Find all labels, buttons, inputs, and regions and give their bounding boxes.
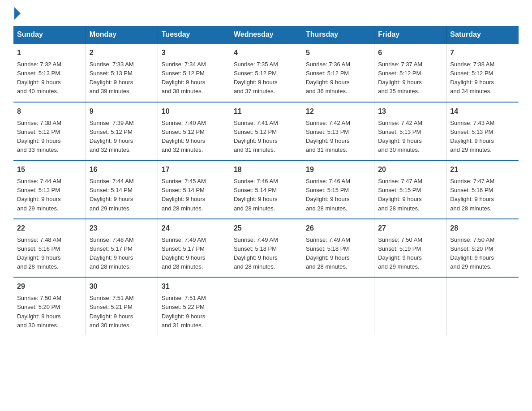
page-header bbox=[13, 9, 519, 17]
day-info: Sunrise: 7:51 AMSunset: 5:21 PMDaylight:… bbox=[90, 295, 134, 328]
day-number: 15 bbox=[17, 164, 82, 175]
day-number: 22 bbox=[17, 223, 82, 234]
day-info: Sunrise: 7:45 AMSunset: 5:14 PMDaylight:… bbox=[162, 178, 206, 211]
calendar-week-4: 22 Sunrise: 7:48 AMSunset: 5:16 PMDaylig… bbox=[13, 219, 519, 278]
calendar-cell: 7 Sunrise: 7:38 AMSunset: 5:12 PMDayligh… bbox=[446, 43, 519, 102]
day-info: Sunrise: 7:44 AMSunset: 5:13 PMDaylight:… bbox=[17, 178, 61, 211]
calendar-cell: 18 Sunrise: 7:46 AMSunset: 5:14 PMDaylig… bbox=[230, 160, 302, 219]
calendar-cell bbox=[230, 277, 302, 335]
calendar-cell: 1 Sunrise: 7:32 AMSunset: 5:13 PMDayligh… bbox=[13, 43, 86, 102]
day-number: 14 bbox=[450, 106, 515, 117]
day-number: 5 bbox=[306, 47, 370, 58]
day-number: 8 bbox=[17, 106, 82, 117]
header-day-tuesday: Tuesday bbox=[158, 26, 230, 43]
calendar-cell: 17 Sunrise: 7:45 AMSunset: 5:14 PMDaylig… bbox=[158, 160, 230, 219]
day-info: Sunrise: 7:49 AMSunset: 5:18 PMDaylight:… bbox=[234, 236, 278, 270]
calendar-cell: 10 Sunrise: 7:40 AMSunset: 5:12 PMDaylig… bbox=[158, 102, 230, 161]
calendar-week-2: 8 Sunrise: 7:38 AMSunset: 5:12 PMDayligh… bbox=[13, 102, 519, 161]
day-info: Sunrise: 7:46 AMSunset: 5:15 PMDaylight:… bbox=[306, 178, 350, 211]
day-number: 30 bbox=[90, 281, 154, 292]
calendar-week-1: 1 Sunrise: 7:32 AMSunset: 5:13 PMDayligh… bbox=[13, 43, 519, 102]
calendar-cell: 31 Sunrise: 7:51 AMSunset: 5:22 PMDaylig… bbox=[158, 277, 230, 335]
day-info: Sunrise: 7:43 AMSunset: 5:13 PMDaylight:… bbox=[450, 120, 494, 153]
calendar-cell: 6 Sunrise: 7:37 AMSunset: 5:12 PMDayligh… bbox=[374, 43, 446, 102]
day-number: 27 bbox=[378, 223, 442, 234]
day-number: 19 bbox=[306, 164, 370, 175]
calendar-header-row: SundayMondayTuesdayWednesdayThursdayFrid… bbox=[13, 26, 519, 43]
day-info: Sunrise: 7:50 AMSunset: 5:20 PMDaylight:… bbox=[450, 236, 494, 270]
calendar-cell: 25 Sunrise: 7:49 AMSunset: 5:18 PMDaylig… bbox=[230, 219, 302, 278]
day-info: Sunrise: 7:37 AMSunset: 5:12 PMDaylight:… bbox=[378, 61, 422, 94]
day-number: 29 bbox=[17, 281, 82, 292]
logo bbox=[13, 9, 27, 17]
day-number: 12 bbox=[306, 106, 370, 117]
day-number: 25 bbox=[234, 223, 298, 234]
day-number: 11 bbox=[234, 106, 298, 117]
day-info: Sunrise: 7:35 AMSunset: 5:12 PMDaylight:… bbox=[234, 61, 278, 94]
day-number: 24 bbox=[162, 223, 226, 234]
day-number: 1 bbox=[17, 47, 82, 58]
header-day-monday: Monday bbox=[86, 26, 158, 43]
calendar-cell: 8 Sunrise: 7:38 AMSunset: 5:12 PMDayligh… bbox=[13, 102, 86, 161]
day-info: Sunrise: 7:38 AMSunset: 5:12 PMDaylight:… bbox=[17, 120, 61, 153]
calendar-cell: 19 Sunrise: 7:46 AMSunset: 5:15 PMDaylig… bbox=[302, 160, 374, 219]
day-info: Sunrise: 7:47 AMSunset: 5:15 PMDaylight:… bbox=[378, 178, 422, 211]
calendar-cell: 14 Sunrise: 7:43 AMSunset: 5:13 PMDaylig… bbox=[446, 102, 519, 161]
header-day-wednesday: Wednesday bbox=[230, 26, 302, 43]
calendar-cell bbox=[302, 277, 374, 335]
calendar-cell: 13 Sunrise: 7:42 AMSunset: 5:13 PMDaylig… bbox=[374, 102, 446, 161]
day-info: Sunrise: 7:41 AMSunset: 5:12 PMDaylight:… bbox=[234, 120, 278, 153]
day-info: Sunrise: 7:33 AMSunset: 5:13 PMDaylight:… bbox=[90, 61, 134, 94]
header-day-sunday: Sunday bbox=[13, 26, 86, 43]
day-number: 31 bbox=[162, 281, 226, 292]
day-number: 18 bbox=[234, 164, 298, 175]
calendar-cell bbox=[446, 277, 519, 335]
calendar-cell: 21 Sunrise: 7:47 AMSunset: 5:16 PMDaylig… bbox=[446, 160, 519, 219]
calendar-cell: 23 Sunrise: 7:48 AMSunset: 5:17 PMDaylig… bbox=[86, 219, 158, 278]
day-number: 3 bbox=[162, 47, 226, 58]
header-day-friday: Friday bbox=[374, 26, 446, 43]
day-number: 23 bbox=[90, 223, 154, 234]
logo-triangle-icon bbox=[14, 7, 21, 20]
calendar-cell: 12 Sunrise: 7:42 AMSunset: 5:13 PMDaylig… bbox=[302, 102, 374, 161]
day-info: Sunrise: 7:48 AMSunset: 5:17 PMDaylight:… bbox=[90, 236, 134, 270]
calendar-cell: 26 Sunrise: 7:49 AMSunset: 5:18 PMDaylig… bbox=[302, 219, 374, 278]
day-number: 4 bbox=[234, 47, 298, 58]
day-info: Sunrise: 7:48 AMSunset: 5:16 PMDaylight:… bbox=[17, 236, 61, 270]
day-number: 9 bbox=[90, 106, 154, 117]
calendar-cell: 9 Sunrise: 7:39 AMSunset: 5:12 PMDayligh… bbox=[86, 102, 158, 161]
day-info: Sunrise: 7:42 AMSunset: 5:13 PMDaylight:… bbox=[306, 120, 350, 153]
calendar-cell: 24 Sunrise: 7:49 AMSunset: 5:17 PMDaylig… bbox=[158, 219, 230, 278]
calendar-cell: 28 Sunrise: 7:50 AMSunset: 5:20 PMDaylig… bbox=[446, 219, 519, 278]
calendar-cell: 16 Sunrise: 7:44 AMSunset: 5:14 PMDaylig… bbox=[86, 160, 158, 219]
day-info: Sunrise: 7:38 AMSunset: 5:12 PMDaylight:… bbox=[450, 61, 494, 94]
day-info: Sunrise: 7:42 AMSunset: 5:13 PMDaylight:… bbox=[378, 120, 422, 153]
day-info: Sunrise: 7:49 AMSunset: 5:18 PMDaylight:… bbox=[306, 236, 350, 270]
calendar-cell: 11 Sunrise: 7:41 AMSunset: 5:12 PMDaylig… bbox=[230, 102, 302, 161]
day-info: Sunrise: 7:49 AMSunset: 5:17 PMDaylight:… bbox=[162, 236, 206, 270]
day-number: 26 bbox=[306, 223, 370, 234]
calendar-cell: 22 Sunrise: 7:48 AMSunset: 5:16 PMDaylig… bbox=[13, 219, 86, 278]
day-number: 17 bbox=[162, 164, 226, 175]
calendar-week-3: 15 Sunrise: 7:44 AMSunset: 5:13 PMDaylig… bbox=[13, 160, 519, 219]
day-info: Sunrise: 7:50 AMSunset: 5:19 PMDaylight:… bbox=[378, 236, 422, 270]
day-number: 20 bbox=[378, 164, 442, 175]
calendar-cell: 2 Sunrise: 7:33 AMSunset: 5:13 PMDayligh… bbox=[86, 43, 158, 102]
day-number: 7 bbox=[450, 47, 515, 58]
calendar-week-5: 29 Sunrise: 7:50 AMSunset: 5:20 PMDaylig… bbox=[13, 277, 519, 335]
day-info: Sunrise: 7:34 AMSunset: 5:12 PMDaylight:… bbox=[162, 61, 206, 94]
calendar-cell bbox=[374, 277, 446, 335]
day-info: Sunrise: 7:44 AMSunset: 5:14 PMDaylight:… bbox=[90, 178, 134, 211]
calendar-cell: 3 Sunrise: 7:34 AMSunset: 5:12 PMDayligh… bbox=[158, 43, 230, 102]
day-number: 2 bbox=[90, 47, 154, 58]
calendar-cell: 4 Sunrise: 7:35 AMSunset: 5:12 PMDayligh… bbox=[230, 43, 302, 102]
calendar-table: SundayMondayTuesdayWednesdayThursdayFrid… bbox=[13, 26, 519, 335]
day-info: Sunrise: 7:36 AMSunset: 5:12 PMDaylight:… bbox=[306, 61, 350, 94]
day-info: Sunrise: 7:51 AMSunset: 5:22 PMDaylight:… bbox=[162, 295, 206, 328]
day-number: 6 bbox=[378, 47, 442, 58]
day-info: Sunrise: 7:39 AMSunset: 5:12 PMDaylight:… bbox=[90, 120, 134, 153]
day-info: Sunrise: 7:32 AMSunset: 5:13 PMDaylight:… bbox=[17, 61, 61, 94]
day-number: 16 bbox=[90, 164, 154, 175]
day-info: Sunrise: 7:47 AMSunset: 5:16 PMDaylight:… bbox=[450, 178, 494, 211]
calendar-cell: 29 Sunrise: 7:50 AMSunset: 5:20 PMDaylig… bbox=[13, 277, 86, 335]
